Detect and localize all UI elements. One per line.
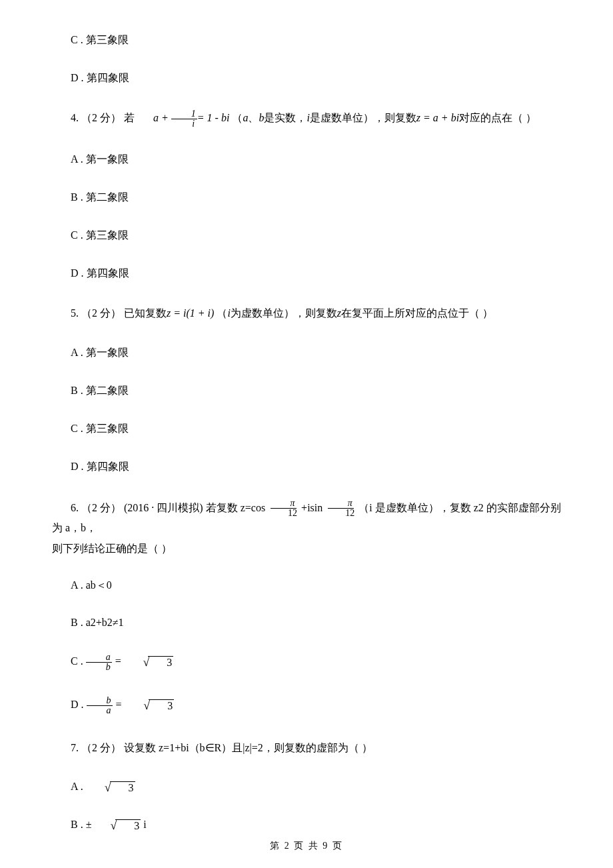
sqrt-icon: 3 [91,819,141,833]
q4-option-a: A . 第一象限 [52,153,561,167]
q7-number: 7. [71,742,79,753]
q6-option-d: D . ba = 3 [52,696,561,715]
q6c-rad: 3 [148,656,173,669]
q6-pi2: π [328,499,354,509]
q4-text: 若 [124,112,135,123]
q4-after: 对应的点在（ ） [459,112,536,123]
q4-mid3: 是虚数单位），则复数 [310,112,416,123]
q4-option-b: B . 第二象限 [52,191,561,205]
q4-formula-lhs: a + 1i= 1 - bi [135,109,229,129]
q4-points: （2 分） [81,112,121,123]
q5-before: 已知复数 [124,307,167,319]
q6c-den: b [86,663,112,672]
q3-option-d: D . 第四象限 [52,71,561,85]
q4-option-c: C . 第三象限 [52,229,561,243]
q4-number: 4. [71,112,79,123]
q7b-suf: i [141,819,146,830]
q7-option-b: B . ±3 i [52,819,561,833]
q6d-rad: 3 [149,699,174,712]
q6c-eq: = [112,655,125,667]
q5-mid2: 为虚数单位），则复数 [231,307,337,319]
fraction-icon: π12 [325,499,356,518]
q4-stem: 4. （2 分） 若a + 1i= 1 - bi （a、b是实数，i是虚数单位）… [52,109,561,129]
frac-num: 1 [171,109,197,119]
q4-sep: 、 [248,112,259,123]
q4-mid2: 是实数， [264,112,306,123]
fraction-icon: π12 [268,499,299,518]
q6-mid: +isin [299,502,325,513]
sqrt-icon: 3 [124,655,173,669]
q7b-rad: 3 [115,819,141,832]
q5-points: （2 分） [81,307,121,319]
q6-source: (2016 · 四川模拟) [124,502,206,513]
page-footer: 第 2 页 共 9 页 [0,840,613,852]
q6-option-a: A . ab＜0 [52,579,561,593]
q7a-pre: A . [71,781,86,792]
q5-number: 5. [71,307,79,319]
q5-zexpr: z = i(1 + i) [167,307,214,319]
q6-option-c: C . ab = 3 [52,653,561,672]
fraction-icon: ba [87,696,113,715]
q6-points: （2 分） [81,502,121,513]
q6-den2: 12 [325,509,356,518]
q6c-num: a [86,653,112,663]
q4-tail: = 1 - bi [197,112,230,123]
q4-option-d: D . 第四象限 [52,267,561,281]
document-page: C . 第三象限 D . 第四象限 4. （2 分） 若a + 1i= 1 - … [0,0,613,868]
fraction-icon: ab [86,653,112,672]
q5-after: 在复平面上所对应的点位于（ ） [341,307,493,319]
q6-pi1: π [271,499,297,509]
q6-den1: 12 [268,509,299,518]
q6d-eq: = [113,699,125,710]
q6-number: 6. [71,502,79,513]
q5-option-c: C . 第三象限 [52,422,561,436]
q7-stem: 7. （2 分） 设复数 z=1+bi（b∈R）且|z|=2，则复数的虚部为（ … [52,739,561,757]
q6-before: 若复数 z=cos [206,502,268,513]
sqrt-icon: 3 [125,699,174,713]
q7b-pre: B . ± [71,819,91,830]
q6d-pre: D . [71,699,87,710]
q5-stem: 5. （2 分） 已知复数z = i(1 + i) （i为虚数单位），则复数z在… [52,305,561,322]
q6d-num: b [87,696,113,706]
q5-paren: （ [214,307,227,319]
q4-z: z = a + bi [416,112,459,123]
q6-line2: 则下列结论正确的是（ ） [52,543,172,554]
q6d-den: a [87,706,113,715]
q3-option-c: C . 第三象限 [52,33,561,47]
q7-points: （2 分） [81,742,121,753]
q5-option-d: D . 第四象限 [52,460,561,474]
q6c-pre: C . [71,655,86,667]
frac-den: i [172,119,196,129]
q6-stem: 6. （2 分） (2016 · 四川模拟) 若复数 z=cos π12 +is… [52,498,561,559]
q7-text: 设复数 z=1+bi（b∈R）且|z|=2，则复数的虚部为（ ） [124,742,372,753]
q4-paren-open: （ [229,112,243,123]
q5-option-b: B . 第二象限 [52,384,561,398]
q6-option-b: B . a2+b2≠1 [52,617,561,629]
q7a-rad: 3 [110,781,135,794]
sqrt-icon: 3 [86,781,135,795]
fraction-icon: 1i [171,109,197,129]
q7-option-a: A . 3 [52,781,561,795]
q4-a-plus: a + [153,112,171,123]
q5-option-a: A . 第一象限 [52,346,561,360]
